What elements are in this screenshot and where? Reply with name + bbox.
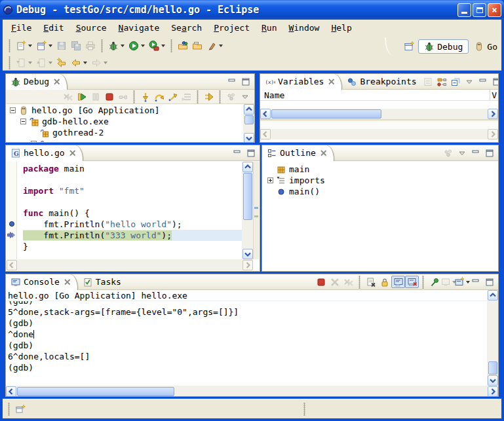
dropdown-arrow-icon[interactable]: [28, 62, 32, 64]
scroll-left-button[interactable]: [260, 109, 271, 119]
collapse-icon[interactable]: [10, 107, 16, 113]
minimize-view-button[interactable]: [225, 75, 239, 88]
maximize-view-button[interactable]: [482, 147, 496, 159]
console-horizontal-scrollbar[interactable]: [6, 386, 498, 397]
menu-window[interactable]: Window: [282, 20, 325, 36]
forward-button[interactable]: [89, 56, 109, 70]
tab-debug[interactable]: Debug: [6, 74, 68, 90]
scroll-up-button[interactable]: [488, 290, 498, 301]
scroll-down-button[interactable]: [488, 375, 498, 386]
menu-project[interactable]: Project: [208, 20, 256, 36]
scroll-left-button[interactable]: [6, 386, 16, 397]
view-filters-button[interactable]: [224, 90, 238, 103]
use-step-filters-button[interactable]: [180, 90, 193, 103]
print-button[interactable]: [83, 39, 98, 53]
tree-item-main[interactable]: main(): [267, 186, 498, 197]
maximize-view-button[interactable]: [244, 147, 258, 159]
tree-item-gdb-hello.exe[interactable]: gdb-hello.exe: [6, 116, 243, 127]
show-type-names-button[interactable]: [421, 75, 435, 88]
minimize-view-button[interactable]: [469, 147, 482, 159]
expand-icon[interactable]: [267, 177, 273, 183]
tab-outline[interactable]: Outline: [262, 145, 334, 161]
scroll-down-button[interactable]: [242, 249, 253, 259]
save-all-button[interactable]: [69, 39, 83, 53]
minimize-view-button[interactable]: [230, 147, 244, 159]
open-resource-button[interactable]: [176, 39, 190, 53]
tab-variables[interactable]: (x)=Variables: [260, 74, 342, 90]
drop-to-frame-button[interactable]: [202, 90, 216, 103]
scroll-right-button[interactable]: [488, 109, 498, 119]
editor-ruler[interactable]: [7, 162, 17, 259]
collapse-icon[interactable]: [31, 141, 37, 143]
dropdown-arrow-icon[interactable]: [141, 45, 145, 47]
scroll-right-button[interactable]: [488, 386, 498, 397]
step-into-button[interactable]: [138, 90, 152, 103]
show-logical-structures-button[interactable]: [435, 75, 449, 88]
code-line[interactable]: func main() {: [23, 208, 242, 219]
scroll-thumb[interactable]: [243, 173, 252, 220]
scroll-thumb[interactable]: [244, 115, 254, 124]
detail-horizontal-scrollbar[interactable]: [260, 129, 498, 139]
dropdown-arrow-icon[interactable]: [104, 62, 107, 64]
menu-navigate[interactable]: Navigate: [113, 20, 166, 36]
code-editor[interactable]: package mainimport "fmt"func main() { fm…: [18, 162, 242, 259]
view-menu-button[interactable]: [455, 147, 469, 159]
terminate-button[interactable]: [314, 276, 328, 288]
scroll-thumb[interactable]: [488, 361, 497, 375]
close-tab-icon[interactable]: [319, 148, 329, 158]
remove-launch-button[interactable]: [328, 276, 341, 288]
back-button[interactable]: [69, 56, 89, 70]
dropdown-arrow-icon[interactable]: [48, 45, 52, 47]
menu-edit[interactable]: Edit: [37, 20, 69, 36]
new-button[interactable]: [14, 39, 34, 53]
dropdown-arrow-icon[interactable]: [28, 45, 32, 47]
maximize-button[interactable]: [473, 3, 486, 17]
scroll-left-button[interactable]: [260, 129, 271, 139]
variables-horizontal-scrollbar[interactable]: [260, 109, 498, 119]
console-output[interactable]: (gdb)5^done,stack-args=[frame={level="0"…: [6, 301, 487, 386]
step-return-button[interactable]: [166, 90, 180, 103]
show-stderr-button[interactable]: [405, 276, 419, 288]
remove-all-launches-button[interactable]: [341, 276, 355, 288]
tab-console[interactable]: Console: [6, 274, 78, 290]
scroll-down-button[interactable]: [244, 133, 254, 143]
scroll-right-button[interactable]: [488, 129, 498, 139]
view-menu-button[interactable]: [238, 90, 252, 103]
dropdown-arrow-icon[interactable]: [161, 45, 165, 47]
code-line[interactable]: [23, 196, 242, 208]
run-button[interactable]: [126, 39, 147, 53]
tab-breakpoints[interactable]: Breakpoints: [342, 74, 421, 90]
scroll-lock-button[interactable]: [378, 276, 391, 288]
external-tools-button[interactable]: [147, 39, 167, 53]
close-tab-icon[interactable]: [52, 77, 62, 87]
code-line[interactable]: }: [23, 241, 242, 252]
dropdown-arrow-icon[interactable]: [121, 45, 125, 47]
show-stdout-button[interactable]: [391, 276, 405, 288]
new-wizard-button[interactable]: [34, 39, 54, 53]
close-tab-icon[interactable]: [326, 77, 337, 87]
tree-item-gothread-2[interactable]: gothread-2: [6, 127, 243, 138]
scroll-up-button[interactable]: [244, 104, 254, 115]
prev-annotation-button[interactable]: [34, 56, 54, 70]
perspective-debug[interactable]: Debug: [418, 39, 469, 54]
collapse-icon[interactable]: [20, 119, 26, 124]
code-line[interactable]: fmt.Println("333 world");: [23, 230, 242, 241]
code-line[interactable]: [23, 174, 242, 185]
scroll-left-button[interactable]: [7, 260, 17, 270]
editor-vertical-scrollbar[interactable]: [242, 162, 253, 259]
open-file-button[interactable]: [190, 39, 204, 53]
link-with-editor-button[interactable]: [441, 147, 455, 159]
suspend-button[interactable]: [88, 90, 102, 103]
debug-launch-button[interactable]: [106, 39, 126, 53]
editor-horizontal-scrollbar[interactable]: [7, 259, 253, 270]
next-annotation-button[interactable]: [14, 56, 34, 70]
minimize-button[interactable]: [457, 3, 471, 17]
dropdown-arrow-icon[interactable]: [48, 62, 52, 64]
save-button[interactable]: [54, 39, 69, 53]
minimize-view-button[interactable]: [469, 276, 482, 288]
tree-item-main[interactable]: main: [267, 164, 498, 175]
open-console-button[interactable]: [455, 276, 469, 288]
scroll-up-button[interactable]: [242, 162, 253, 172]
close-tab-icon[interactable]: [62, 277, 73, 287]
variables-detail-pane[interactable]: [260, 121, 498, 129]
